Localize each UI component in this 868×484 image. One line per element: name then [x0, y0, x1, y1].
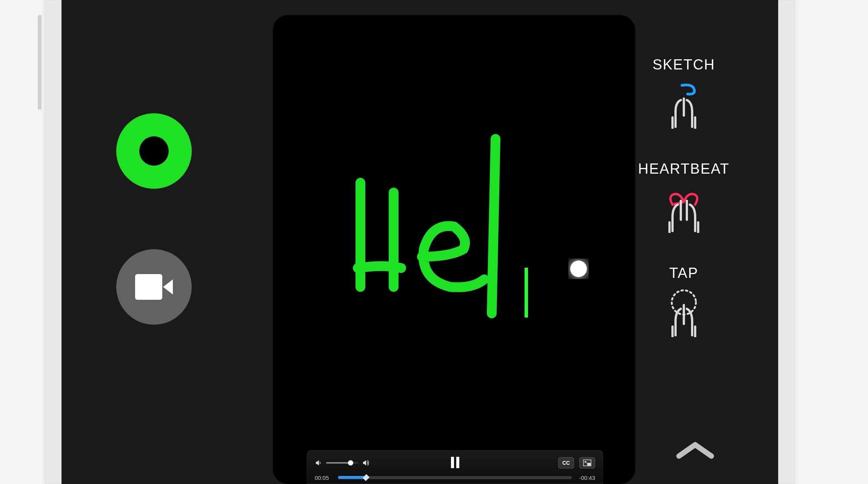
svg-rect-3 — [456, 457, 459, 468]
heartbeat-gesture-icon — [661, 184, 706, 233]
time-remaining: -00:43 — [577, 475, 595, 481]
progress-track[interactable] — [338, 476, 572, 479]
play-pause-button[interactable] — [449, 456, 461, 470]
color-picker-button[interactable] — [116, 113, 192, 189]
left-tools — [116, 115, 192, 325]
chevron-up-icon — [674, 439, 716, 462]
gesture-guide: SKETCH HEARTBEAT TAP — [627, 57, 740, 337]
tap-gesture-icon — [661, 288, 706, 337]
pip-button[interactable] — [579, 457, 595, 469]
volume-control[interactable] — [315, 459, 370, 467]
camera-icon — [135, 274, 173, 300]
drawing-canvas[interactable] — [273, 15, 635, 484]
color-ring-hole — [139, 136, 169, 166]
closed-captions-button[interactable]: CC — [558, 457, 574, 469]
gesture-heartbeat-label: HEARTBEAT — [638, 161, 730, 177]
volume-high-icon — [362, 459, 370, 467]
app-screen: SKETCH HEARTBEAT TAP — [62, 0, 778, 484]
device-frame: SKETCH HEARTBEAT TAP — [42, 0, 798, 484]
cc-label: CC — [562, 460, 570, 466]
gesture-sketch[interactable]: SKETCH — [653, 57, 715, 129]
gesture-tap[interactable]: TAP — [661, 265, 706, 337]
device-side-button — [38, 15, 42, 109]
gesture-heartbeat[interactable]: HEARTBEAT — [638, 161, 730, 233]
video-controls: CC 00:05 -00:43 — [307, 450, 603, 484]
svg-rect-2 — [451, 457, 454, 468]
time-elapsed: 00:05 — [315, 475, 333, 481]
volume-low-icon — [315, 459, 322, 467]
progress-fill — [338, 476, 364, 479]
pip-icon — [583, 459, 591, 466]
volume-slider[interactable] — [326, 462, 358, 464]
pause-icon — [449, 456, 461, 469]
gesture-sketch-label: SKETCH — [653, 57, 715, 73]
camera-button[interactable] — [116, 249, 192, 325]
sketch-drawing — [273, 15, 635, 484]
volume-thumb[interactable] — [348, 460, 353, 466]
sketch-gesture-icon — [661, 80, 706, 129]
gesture-tap-label: TAP — [669, 265, 698, 281]
expand-panel-button[interactable] — [674, 439, 716, 463]
svg-point-0 — [570, 260, 587, 277]
svg-rect-5 — [587, 463, 591, 466]
progress-thumb[interactable] — [363, 474, 369, 481]
